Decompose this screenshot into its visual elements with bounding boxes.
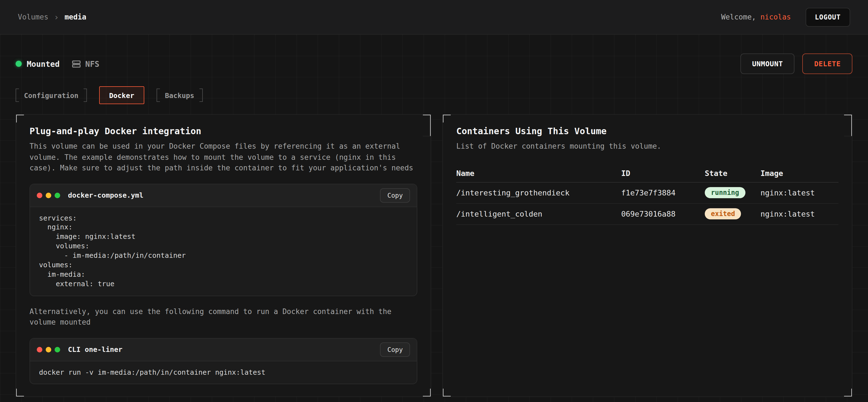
container-state: running [705, 187, 761, 198]
welcome-prefix: Welcome, [721, 13, 756, 21]
nfs-server-icon [72, 59, 81, 68]
container-image: nginx:latest [761, 188, 838, 197]
cli-code: docker run -v im-media:/path/in/containe… [30, 361, 417, 384]
traffic-light-red-icon [37, 192, 42, 198]
chevron-right-icon: › [54, 12, 59, 22]
corner-bracket-icon [423, 389, 431, 397]
cli-intro-text: Alternatively, you can use the following… [30, 306, 417, 328]
state-badge: exited [705, 208, 741, 220]
corner-bracket-icon [844, 389, 852, 397]
traffic-light-yellow-icon [46, 346, 51, 352]
table-row: /intelligent_colden 069e73016a88 exited … [456, 203, 838, 225]
cli-code-block: CLI one-liner Copy docker run -v im-medi… [30, 338, 417, 384]
bracket-right-icon [84, 89, 87, 102]
code-block-filename: CLI one-liner [68, 345, 123, 354]
unmount-button[interactable]: UNMOUNT [740, 54, 795, 74]
corner-bracket-icon [442, 114, 451, 123]
col-header-name: Name [456, 168, 621, 177]
corner-bracket-icon [16, 389, 24, 397]
code-block-header: docker-compose.yml Copy [30, 184, 417, 207]
tab-docker[interactable]: Docker [99, 86, 144, 104]
copy-cli-button[interactable]: Copy [380, 342, 410, 357]
container-image: nginx:latest [761, 209, 838, 218]
breadcrumb-volumes[interactable]: Volumes [18, 13, 49, 21]
docker-panel-title: Plug-and-play Docker integration [30, 126, 417, 136]
compose-code: services: nginx: image: nginx:latest vol… [30, 207, 417, 295]
col-header-state: State [705, 168, 761, 177]
volume-status: Mounted NFS [16, 59, 99, 68]
container-name: /interesting_grothendieck [456, 188, 621, 197]
col-header-image: Image [761, 168, 838, 177]
breadcrumb-current: media [65, 13, 86, 21]
tab-backups[interactable]: Backups [157, 86, 203, 104]
containers-panel-subtitle: List of Docker containers mounting this … [456, 141, 838, 152]
nfs-label: NFS [85, 59, 99, 68]
logout-button[interactable]: LOGOUT [805, 7, 850, 27]
containers-panel-title: Containers Using This Volume [456, 126, 838, 136]
tab-label: Configuration [24, 91, 79, 99]
bracket-left-icon [157, 89, 160, 102]
traffic-light-green-icon [55, 346, 60, 352]
table-row: /interesting_grothendieck f1e73e7f3884 r… [456, 182, 838, 203]
container-id: f1e73e7f3884 [621, 188, 705, 197]
table-header-row: Name ID State Image [456, 164, 838, 182]
tab-configuration[interactable]: Configuration [16, 86, 87, 104]
container-id: 069e73016a88 [621, 209, 705, 218]
tab-bar: Configuration Docker Backups [16, 86, 852, 104]
docker-integration-panel: Plug-and-play Docker integration This vo… [16, 114, 431, 397]
docker-panel-description: This volume can be used in your Docker C… [30, 141, 417, 173]
containers-table: Name ID State Image /interesting_grothen… [456, 164, 838, 225]
top-header: Volumes › media Welcome, nicolas LOGOUT [0, 0, 868, 35]
status-row: Mounted NFS UNMOUNT DELETE [16, 35, 852, 74]
volume-actions: UNMOUNT DELETE [740, 54, 852, 74]
panels-container: Plug-and-play Docker integration This vo… [16, 114, 852, 397]
delete-button[interactable]: DELETE [803, 54, 852, 74]
corner-bracket-icon [16, 114, 24, 123]
header-right: Welcome, nicolas LOGOUT [721, 7, 850, 27]
username: nicolas [761, 13, 791, 21]
traffic-light-red-icon [37, 346, 42, 352]
copy-compose-button[interactable]: Copy [380, 188, 410, 202]
compose-code-block: docker-compose.yml Copy services: nginx:… [30, 183, 417, 296]
code-block-filename: docker-compose.yml [68, 191, 144, 199]
code-block-header: CLI one-liner Copy [30, 338, 417, 361]
container-name: /intelligent_colden [456, 209, 621, 218]
state-badge: running [705, 187, 745, 198]
bracket-right-icon [199, 89, 203, 102]
breadcrumb: Volumes › media [18, 12, 86, 22]
col-header-id: ID [621, 168, 705, 177]
traffic-light-green-icon [55, 192, 60, 198]
tab-label: Backups [165, 91, 194, 99]
bracket-left-icon [16, 89, 19, 102]
corner-bracket-icon [844, 114, 852, 136]
traffic-light-yellow-icon [46, 192, 51, 198]
tab-label: Docker [109, 91, 134, 99]
welcome-text: Welcome, nicolas [721, 13, 791, 21]
mounted-label: Mounted [27, 59, 60, 68]
corner-bracket-icon [442, 389, 451, 397]
corner-bracket-icon [423, 114, 431, 136]
container-state: exited [705, 208, 761, 220]
containers-panel: Containers Using This Volume List of Doc… [442, 114, 852, 397]
mounted-status-dot-icon [16, 61, 22, 67]
main-content: Mounted NFS UNMOUNT DELETE [0, 35, 868, 402]
app-root: Volumes › media Welcome, nicolas LOGOUT … [0, 0, 868, 402]
